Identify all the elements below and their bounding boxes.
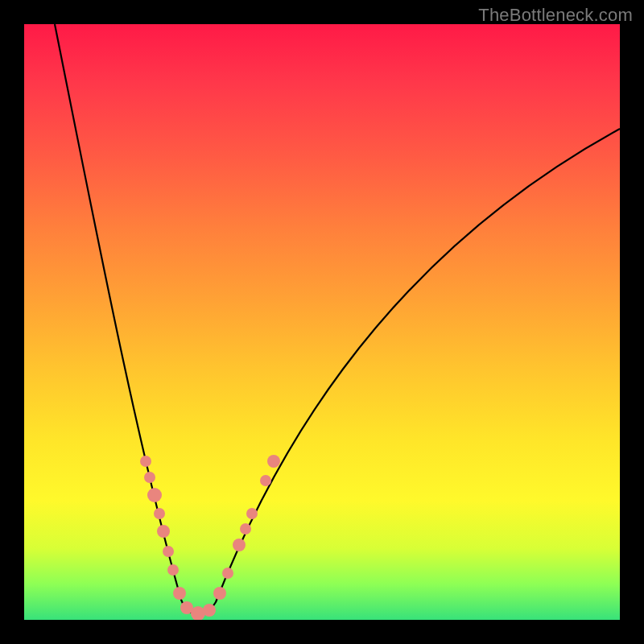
watermark-text: TheBottleneck.com (478, 5, 633, 26)
scatter-dot (144, 472, 155, 483)
scatter-dot (140, 456, 151, 467)
scatter-dot (246, 508, 258, 519)
scatter-dot (173, 587, 186, 600)
chart-svg (24, 24, 620, 620)
scatter-dot (213, 587, 226, 600)
scatter-dot (154, 508, 165, 519)
chart-canvas: TheBottleneck.com (0, 0, 644, 644)
scatter-dot (167, 564, 179, 576)
plot-area (24, 24, 620, 620)
scatter-dot (222, 568, 233, 579)
scatter-dot (233, 539, 246, 551)
scatter-dot (163, 546, 174, 557)
scatter-dot (203, 604, 216, 617)
curve-left (55, 24, 198, 614)
scatter-dot (157, 525, 170, 538)
scatter-dot (267, 455, 280, 468)
scatter-dot (147, 488, 162, 502)
scatter-dot (260, 475, 271, 486)
scatter-dot (240, 523, 251, 535)
scatter-group (140, 455, 280, 620)
curve-right (198, 129, 620, 614)
